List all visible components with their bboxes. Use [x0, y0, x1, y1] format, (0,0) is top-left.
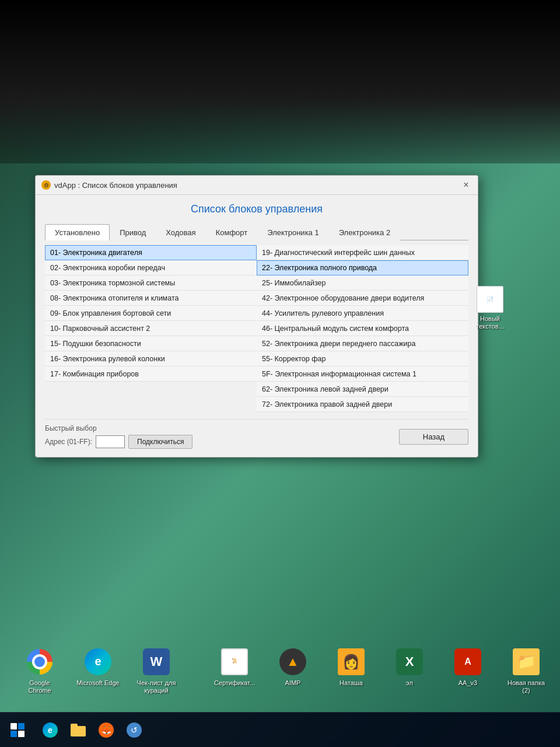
window-title-text: vdApp : Список блоков управления: [54, 181, 177, 190]
quick-select-label: Быстрый выбор: [45, 424, 192, 432]
folder-icon: 📁: [512, 647, 541, 676]
taskbar-extra-icon[interactable]: ↺: [121, 717, 147, 743]
edge-icon-label: Microsoft Edge: [76, 679, 119, 687]
desktop-icon-cert[interactable]: 📜 Сертификат...: [212, 647, 257, 687]
start-button[interactable]: [5, 717, 30, 743]
tabs-container: Установлено Привод Ходовая Комфорт Элект…: [45, 224, 468, 240]
desktop-icon-excel[interactable]: X эл: [387, 647, 432, 687]
list-item[interactable]: 03- Электроника тормозной системы: [45, 275, 257, 291]
chrome-icon-graphic: [27, 649, 52, 675]
app-window: ⚙ vdApp : Список блоков управления × Спи…: [35, 175, 478, 458]
list-item[interactable]: 09- Блок управления бортовой сети: [45, 306, 257, 321]
excel-icon-graphic: X: [396, 648, 423, 675]
folder-icon-label: Новая папка (2): [504, 679, 548, 694]
top-dark-overlay: [0, 0, 560, 163]
folder-taskbar-icon-graphic: [71, 724, 86, 736]
list-item[interactable]: 22- Электроника полного привода: [257, 260, 468, 275]
back-button[interactable]: Назад: [399, 429, 468, 445]
tab-electronics2[interactable]: Электроника 2: [329, 224, 400, 240]
desktop-icon-aimp[interactable]: ▲ AIMP: [271, 647, 315, 687]
aimp-icon: ▲: [278, 647, 307, 676]
bottom-controls: Быстрый выбор Адрес (01-FF): Подключитьс…: [45, 419, 468, 449]
cert-icon-graphic: 📜: [221, 648, 248, 675]
tab-drive[interactable]: Привод: [110, 224, 156, 240]
module-list-container: 01- Электроника двигателя 02- Электроник…: [45, 245, 468, 412]
edge-taskbar-icon-graphic: e: [43, 722, 58, 738]
desktop-icons-bottom-row: Google Chrome e Microsoft Edge W Чек-лис…: [18, 647, 560, 694]
aimp-icon-graphic: ▲: [279, 648, 306, 675]
window-app-icon: ⚙: [41, 180, 51, 190]
list-item[interactable]: 42- Электронное оборудование двери водит…: [257, 291, 468, 306]
new-text-desktop-icon[interactable]: 📄 Новый текстов...: [467, 286, 513, 330]
desktop-icon-word[interactable]: W Чек-лист для кураций: [134, 647, 178, 694]
list-item[interactable]: 62- Электроника левой задней двери: [257, 382, 468, 397]
desktop-icon-new-folder[interactable]: 📁 Новая папка (2): [504, 647, 548, 694]
cert-icon-label: Сертификат...: [214, 679, 255, 687]
window-body: Список блоков управления Установлено При…: [36, 195, 478, 457]
chrome-icon-label: Google Chrome: [18, 679, 62, 694]
new-text-file-icon: 📄: [477, 286, 503, 313]
window-heading: Список блоков управления: [45, 203, 468, 215]
folder-icon-graphic: 👩: [338, 648, 365, 675]
edge-icon-graphic: e: [85, 648, 111, 675]
connect-button[interactable]: Подключиться: [128, 435, 192, 449]
list-item[interactable]: 19- Диагностический интерфейс шин данных: [257, 245, 468, 260]
chrome-icon: [25, 647, 54, 676]
aa-icon-graphic: A: [454, 648, 481, 675]
word-icon-graphic: W: [143, 648, 170, 675]
list-item[interactable]: 01- Электроника двигателя: [45, 245, 257, 260]
list-item[interactable]: 72- Электроника правой задней двери: [257, 397, 468, 412]
folder-icon-graphic: 📁: [513, 648, 540, 675]
extra-taskbar-icon-graphic: ↺: [127, 722, 142, 738]
list-column-right: 19- Диагностический интерфейс шин данных…: [257, 245, 468, 412]
list-item[interactable]: 5F- Электронная информационная система 1: [257, 366, 468, 382]
window-title-area: ⚙ vdApp : Список блоков управления: [41, 180, 177, 190]
list-item[interactable]: 46- Центральный модуль систем комфорта: [257, 321, 468, 336]
windows-logo-icon: [10, 723, 24, 737]
tab-electronics1[interactable]: Электроника 1: [257, 224, 328, 240]
address-label: Адрес (01-FF):: [45, 438, 92, 446]
list-item[interactable]: 10- Парковочный ассистент 2: [45, 321, 257, 336]
taskbar-edge-icon[interactable]: e: [37, 717, 63, 743]
list-item[interactable]: 08- Электроника отопителя и климата: [45, 291, 257, 306]
close-button[interactable]: ×: [460, 179, 472, 191]
tab-comfort[interactable]: Комфорт: [206, 224, 258, 240]
address-input[interactable]: [96, 435, 125, 448]
word-icon-label: Чек-лист для кураций: [134, 679, 178, 694]
firefox-taskbar-icon-graphic: 🦊: [99, 722, 114, 738]
aa-icon: A: [453, 647, 482, 676]
list-item[interactable]: 02- Электроника коробки передач: [45, 260, 257, 275]
list-item[interactable]: 17- Комбинация приборов: [45, 366, 257, 382]
list-item[interactable]: 44- Усилитель рулевого управления: [257, 306, 468, 321]
list-item[interactable]: 55- Корректор фар: [257, 351, 468, 366]
taskbar-pinned-icons: e 🦊 ↺: [37, 717, 147, 743]
tab-installed[interactable]: Установлено: [45, 224, 110, 240]
desktop-icon-aa[interactable]: A AA_v3: [446, 647, 490, 687]
list-item[interactable]: 52- Электроника двери переднего пассажир…: [257, 336, 468, 351]
list-item[interactable]: 15- Подушки безопасности: [45, 336, 257, 351]
taskbar-folder-icon[interactable]: [65, 717, 91, 743]
desktop-icon-edge[interactable]: e Microsoft Edge: [76, 647, 120, 687]
natasha-folder-icon: 👩: [337, 647, 366, 676]
taskbar-firefox-icon[interactable]: 🦊: [93, 717, 119, 743]
window-titlebar: ⚙ vdApp : Список блоков управления ×: [36, 176, 478, 195]
desktop-icon-natasha[interactable]: 👩 Наташа: [329, 647, 373, 687]
list-item[interactable]: 25- Иммобилайзер: [257, 275, 468, 291]
list-column-left: 01- Электроника двигателя 02- Электроник…: [45, 245, 257, 412]
natasha-icon-label: Наташа: [340, 679, 363, 687]
word-icon: W: [142, 647, 171, 676]
taskbar: e 🦊 ↺: [0, 712, 560, 747]
excel-icon-label: эл: [406, 679, 413, 687]
desktop-icon-chrome[interactable]: Google Chrome: [18, 647, 62, 694]
edge-icon: e: [83, 647, 113, 676]
aimp-icon-label: AIMP: [285, 679, 301, 687]
aa-icon-label: AA_v3: [459, 679, 477, 687]
new-text-icon-label: Новый текстов...: [467, 315, 513, 330]
tab-chassis[interactable]: Ходовая: [156, 224, 205, 240]
list-item[interactable]: 16- Электроника рулевой колонки: [45, 351, 257, 366]
excel-icon: X: [395, 647, 424, 676]
cert-icon: 📜: [220, 647, 249, 676]
